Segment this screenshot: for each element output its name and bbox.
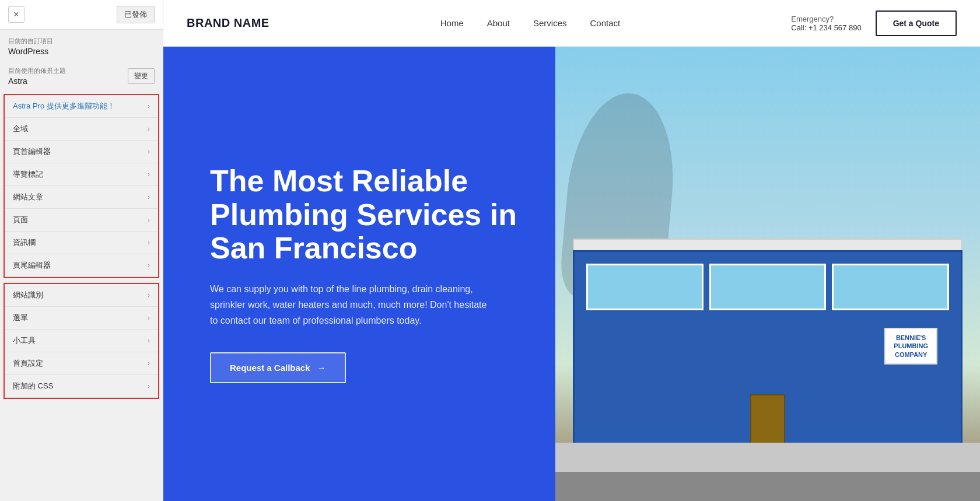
- sign-text: BENNIE'S PLUMBING COMPANY: [894, 334, 928, 359]
- menu-item[interactable]: 頁尾編輯器›: [5, 254, 158, 277]
- window-3: [832, 264, 949, 310]
- hero-section: The Most Reliable Plumbing Services in S…: [163, 47, 980, 501]
- chevron-right-icon: ›: [148, 291, 150, 299]
- window-1: [586, 264, 704, 310]
- site-header: BRAND NAME Home About Services Contact E…: [163, 0, 980, 47]
- building-main: BENNIE'S PLUMBING COMPANY: [573, 250, 963, 454]
- hero-title: The Most Reliable Plumbing Services in S…: [210, 164, 520, 265]
- callback-label: Request a Callback: [230, 363, 310, 373]
- publish-button[interactable]: 已發佈: [117, 6, 155, 23]
- change-theme-button[interactable]: 變更: [128, 68, 155, 84]
- menu-item[interactable]: 首頁設定›: [5, 352, 158, 375]
- nav-services[interactable]: Services: [533, 18, 567, 28]
- chevron-right-icon: ›: [148, 314, 150, 322]
- menu-item[interactable]: 網站文章›: [5, 186, 158, 209]
- menu-item[interactable]: 小工具›: [5, 330, 158, 352]
- emergency-label: Emergency?: [791, 15, 861, 23]
- menu-group-1: 全域›頁首編輯器›導覽標記›網站文章›頁面›資訊欄›頁尾編輯器›: [5, 118, 158, 277]
- astra-pro-section: Astra Pro 提供更多進階功能！ › 全域›頁首編輯器›導覽標記›網站文章…: [4, 94, 159, 278]
- chevron-right-icon: ›: [148, 261, 150, 269]
- menu-group-2-section: 網站識別›選單›小工具›首頁設定›附加的 CSS›: [4, 283, 159, 399]
- astra-pro-item[interactable]: Astra Pro 提供更多進階功能！ ›: [5, 95, 158, 118]
- panel-info: 目前的自訂項目 WordPress: [0, 30, 163, 59]
- brand-name: BRAND NAME: [187, 16, 270, 30]
- building-scene: BENNIE'S PLUMBING COMPANY: [555, 47, 980, 501]
- close-button[interactable]: ×: [8, 6, 24, 23]
- menu-item[interactable]: 資訊欄›: [5, 232, 158, 254]
- arrow-icon: →: [317, 363, 326, 373]
- theme-label: 目前使用的佈景主題: [8, 66, 66, 75]
- nav-about[interactable]: About: [487, 18, 510, 28]
- astra-pro-label: Astra Pro 提供更多進階功能！: [13, 101, 115, 111]
- chevron-right-icon: ›: [148, 170, 150, 178]
- nav-contact[interactable]: Contact: [590, 18, 621, 28]
- menu-item[interactable]: 頁面›: [5, 209, 158, 232]
- panel-top-bar: × 已發佈: [0, 0, 163, 30]
- chevron-right-icon: ›: [148, 102, 150, 110]
- menu-item[interactable]: 網站識別›: [5, 284, 158, 307]
- hero-content: The Most Reliable Plumbing Services in S…: [163, 47, 555, 501]
- main-content: BRAND NAME Home About Services Contact E…: [163, 0, 980, 501]
- menu-item[interactable]: 頁首編輯器›: [5, 141, 158, 163]
- chevron-right-icon: ›: [148, 239, 150, 247]
- get-quote-button[interactable]: Get a Quote: [876, 10, 957, 36]
- theme-value: Astra: [8, 76, 66, 86]
- main-nav: Home About Services Contact: [440, 18, 620, 28]
- building-sign: BENNIE'S PLUMBING COMPANY: [884, 328, 937, 365]
- menu-group-2: 網站識別›選單›小工具›首頁設定›附加的 CSS›: [5, 284, 158, 398]
- menu-item[interactable]: 導覽標記›: [5, 163, 158, 186]
- chevron-right-icon: ›: [148, 337, 150, 345]
- emergency-phone: Call: +1 234 567 890: [791, 23, 861, 32]
- chevron-right-icon: ›: [148, 216, 150, 224]
- chevron-right-icon: ›: [148, 382, 150, 390]
- chevron-right-icon: ›: [148, 148, 150, 156]
- header-right: Emergency? Call: +1 234 567 890 Get a Qu…: [791, 10, 957, 36]
- road: [555, 472, 980, 501]
- hero-description: We can supply you with top of the line p…: [210, 281, 490, 329]
- nav-home[interactable]: Home: [440, 18, 464, 28]
- customizer-panel: × 已發佈 目前的自訂項目 WordPress 目前使用的佈景主題 Astra …: [0, 0, 163, 501]
- emergency-info: Emergency? Call: +1 234 567 890: [791, 15, 861, 32]
- menu-item[interactable]: 選單›: [5, 307, 158, 330]
- chevron-right-icon: ›: [148, 193, 150, 201]
- menu-item[interactable]: 全域›: [5, 118, 158, 141]
- theme-section: 目前使用的佈景主題 Astra 變更: [0, 59, 163, 90]
- hero-image: BENNIE'S PLUMBING COMPANY: [555, 47, 980, 501]
- chevron-right-icon: ›: [148, 359, 150, 367]
- current-custom-label: 目前的自訂項目: [8, 37, 155, 45]
- menu-item[interactable]: 附加的 CSS›: [5, 375, 158, 398]
- window-2: [709, 264, 827, 310]
- current-custom-value: WordPress: [8, 47, 155, 56]
- building-windows: [586, 264, 949, 310]
- callback-button[interactable]: Request a Callback →: [210, 352, 346, 383]
- chevron-right-icon: ›: [148, 125, 150, 133]
